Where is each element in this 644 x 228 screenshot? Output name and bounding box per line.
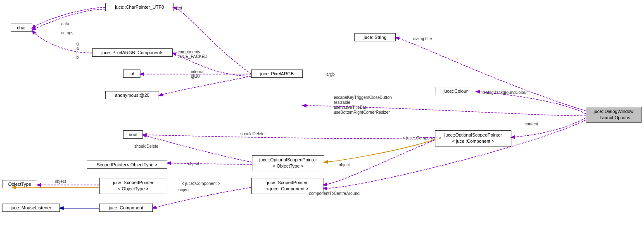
node-optionalscopedpointer-component: juce::OptionalScopedPointer< juce::Compo… xyxy=(435,130,511,146)
label-shoulddelete2: shouldDelete xyxy=(134,144,158,149)
label-object1: object xyxy=(188,161,199,166)
node-bool: bool xyxy=(123,130,143,139)
label-juce-component: < juce::Component > xyxy=(182,181,220,186)
node-juce-mouselistener: juce::MouseListener xyxy=(2,204,60,212)
node-char: char xyxy=(11,24,32,32)
label-escape: escapeKeyTriggersCloseButton xyxy=(334,95,392,100)
label-components: componentsJUCE_PACKED xyxy=(178,50,207,59)
label-argb: argb xyxy=(326,72,335,77)
label-object3: object xyxy=(178,187,190,192)
label-garb: garb xyxy=(76,41,79,60)
label-object4: object xyxy=(55,179,66,184)
label-object2: object xyxy=(339,163,350,167)
label-juce-component2: < juce::Component > xyxy=(403,136,441,140)
node-optionalscopedpointer-objecttype: juce::OptionalScopedPointer< ObjectType … xyxy=(252,155,324,171)
label-text: text xyxy=(176,6,182,10)
label-nativetitle: useNativeTitleBar xyxy=(334,105,366,110)
node-dialogwindow: juce::DialogWindow::LaunchOptions xyxy=(586,107,642,123)
node-pixelargb-components: juce::PixelARGB::Components xyxy=(92,48,173,57)
label-dialogbackground: dialogBackgroundColour xyxy=(482,90,528,95)
node-pixelargb: juce::PixelARGB xyxy=(251,70,303,78)
node-juce-string: juce::String xyxy=(354,33,396,41)
node-int: int xyxy=(123,70,140,78)
label-shoulddelete1: shouldDelete xyxy=(240,132,264,136)
node-juce-colour: juce::Colour xyxy=(435,87,476,95)
label-data: data xyxy=(61,22,69,26)
label-componenttocentrearound: componentToCentreAround xyxy=(309,191,359,196)
label-dialogtitle: dialogTitle xyxy=(413,36,432,41)
node-juce-scopedpointer-objecttype: juce::ScopedPointer< ObjectType > xyxy=(99,178,167,194)
node-objecttype: ObjectType xyxy=(2,180,37,188)
label-comps: comps xyxy=(61,31,73,35)
node-juce-component: juce::Component xyxy=(99,204,153,212)
label-bottomright: useBottomRightCornerResizer xyxy=(334,110,390,115)
label-internal: internal@20 xyxy=(191,70,204,79)
node-anonymous20: anonymous:@20 xyxy=(105,91,159,99)
label-content: content xyxy=(525,122,538,126)
node-scopedpointer-objecttype: ScopedPointer< ObjectType > xyxy=(87,161,167,169)
node-charpointer: juce::CharPointer_UTF8 xyxy=(105,3,173,11)
label-resizable: resizable xyxy=(334,100,350,105)
